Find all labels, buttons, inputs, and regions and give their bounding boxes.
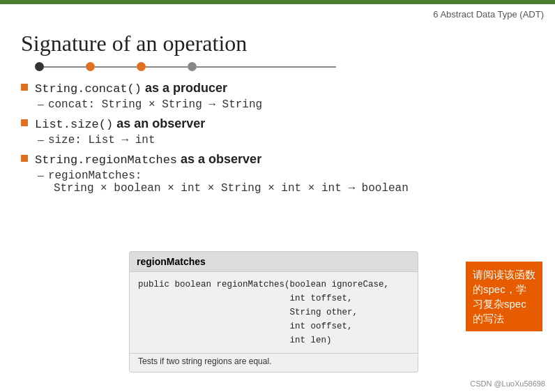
timeline-row: [21, 62, 534, 71]
timeline-dot-4: [188, 62, 197, 71]
popup-code-line-4: int ooffset,: [138, 319, 409, 333]
callout-box: 请阅读该函数的spec，学习复杂spec的写法: [466, 262, 542, 331]
header: 6 Abstract Data Type (ADT): [0, 4, 555, 24]
bullet-bold-1: as a producer: [145, 81, 227, 95]
sub-text-3: regionMatches: String × boolean × int × …: [48, 169, 409, 195]
bullet-square-1: [21, 84, 28, 91]
footer-text: CSDN @LuoXu58698: [470, 379, 545, 388]
callout-text: 请阅读该函数的spec，学习复杂spec的写法: [473, 269, 535, 324]
popup-code: public boolean regionMatches(boolean ign…: [130, 272, 418, 353]
page-title: Signature of an operation: [21, 31, 534, 56]
header-title: 6 Abstract Data Type (ADT): [433, 9, 544, 20]
sub-item-2: – size: List → int: [38, 134, 534, 146]
bullet-section-1: String.concat() as a producer – concat: …: [21, 81, 534, 111]
sub-dash-1: –: [38, 98, 44, 111]
timeline-dot-1: [35, 62, 44, 71]
bullet-code-3: String.regionMatches: [35, 153, 177, 167]
bullet-section-3: String.regionMatches as a observer – reg…: [21, 152, 534, 195]
popup-description: Tests if two string regions are equal.: [130, 353, 418, 372]
popup-code-line-2: int toffset,: [138, 292, 409, 306]
sub-text-2: size: List → int: [48, 134, 155, 146]
timeline-line-1: [44, 66, 86, 68]
timeline-dot-3: [137, 62, 146, 71]
bullet-code-1: String.concat(): [35, 82, 142, 96]
sub-dash-3: –: [38, 169, 44, 182]
timeline-line-4: [197, 66, 336, 68]
popup-code-line-5: int len): [138, 333, 409, 347]
bullet-item-3: String.regionMatches as a observer: [21, 152, 534, 167]
bullet-square-2: [21, 119, 28, 126]
bullet-text-3: String.regionMatches as a observer: [35, 152, 261, 167]
bullet-square-3: [21, 155, 28, 162]
sub-dash-2: –: [38, 134, 44, 146]
timeline-line-3: [146, 66, 188, 68]
popup-code-line-1: public boolean regionMatches(boolean ign…: [138, 278, 409, 292]
popup-code-line-3: String other,: [138, 306, 409, 319]
footer: CSDN @LuoXu58698: [470, 379, 545, 388]
bullet-bold-3: as a observer: [181, 152, 261, 166]
bullet-item-1: String.concat() as a producer: [21, 81, 534, 96]
timeline-line-2: [95, 66, 137, 68]
bullet-item-2: List.size() as an observer: [21, 116, 534, 131]
bullet-code-2: List.size(): [35, 118, 113, 131]
bullet-text-1: String.concat() as a producer: [35, 81, 227, 96]
sub-text-1: concat: String × String → String: [48, 98, 262, 111]
popup-box: regionMatches public boolean regionMatch…: [129, 251, 418, 372]
timeline-dot-2: [86, 62, 95, 71]
bullet-section-2: List.size() as an observer – size: List …: [21, 116, 534, 146]
sub-item-1: – concat: String × String → String: [38, 98, 534, 111]
sub-item-3: – regionMatches: String × boolean × int …: [38, 169, 534, 195]
popup-header: regionMatches: [130, 252, 418, 272]
bullet-text-2: List.size() as an observer: [35, 116, 205, 131]
bullet-bold-2: as an observer: [116, 116, 205, 130]
